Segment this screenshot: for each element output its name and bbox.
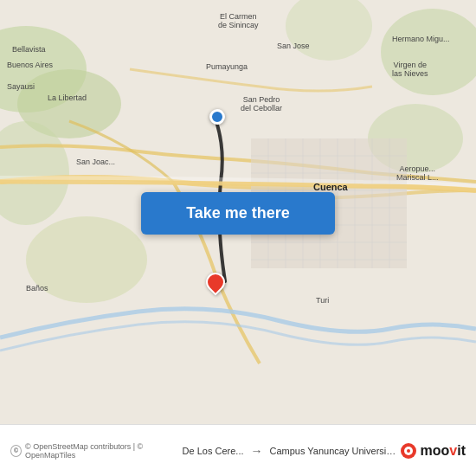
attribution: © © OpenStreetMap contributors | © OpenM… [10, 442, 183, 460]
svg-point-26 [407, 449, 410, 453]
attribution-text: © OpenStreetMap contributors | © OpenMap… [25, 442, 183, 460]
bottom-bar: © © OpenStreetMap contributors | © OpenM… [0, 424, 476, 476]
take-me-there-label: Take me there [186, 204, 290, 222]
route-bar: De Los Cere... → Campus Yanuncay Univers… [183, 444, 400, 458]
map-container: Bellavista Buenos Aires Sayausi La Liber… [0, 0, 476, 424]
current-location-dot [209, 109, 225, 125]
destination-label: Campus Yanuncay Universidad De C... [270, 446, 400, 456]
osm-icon: © [10, 445, 22, 457]
origin-label: De Los Cere... [183, 446, 244, 456]
destination-pin [206, 273, 225, 292]
moovit-logo: moovit [400, 442, 466, 460]
arrow-icon: → [251, 444, 263, 458]
moovit-text: moovit [421, 443, 466, 459]
moovit-icon [400, 442, 417, 460]
take-me-there-button[interactable]: Take me there [141, 192, 335, 235]
svg-point-4 [26, 216, 147, 303]
